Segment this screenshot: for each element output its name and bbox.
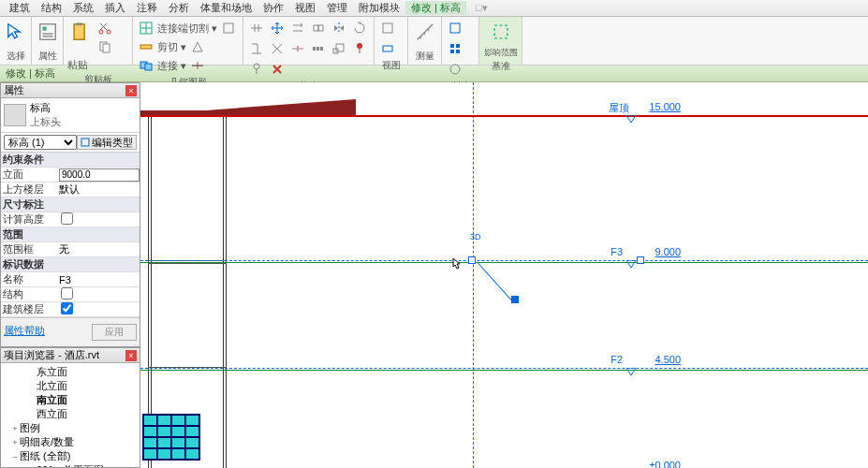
trim-icon[interactable] — [247, 39, 266, 58]
cut2-icon[interactable] — [137, 37, 155, 56]
paste-icon[interactable] — [67, 19, 94, 45]
section-constraints: 约束条件 — [1, 153, 57, 167]
elevation-input[interactable] — [59, 168, 140, 182]
trim2-icon[interactable] — [268, 39, 287, 58]
prop-value[interactable]: F3 — [57, 274, 140, 285]
cope-label[interactable]: 连接端切割 ▾ — [157, 22, 217, 36]
level-line-roof[interactable] — [140, 115, 868, 117]
measure-icon[interactable] — [412, 19, 437, 45]
copy2-icon[interactable] — [309, 19, 328, 37]
split2-icon[interactable] — [288, 39, 307, 58]
align-icon[interactable] — [247, 19, 266, 37]
menu-item[interactable]: 结构 — [36, 1, 67, 15]
copy-icon[interactable] — [96, 37, 114, 56]
properties-icon[interactable] — [36, 19, 59, 45]
cut-label[interactable]: 剪切 ▾ — [157, 40, 186, 54]
menu-item[interactable]: 体量和场地 — [195, 1, 257, 15]
menu-item[interactable]: 建筑 — [4, 1, 36, 15]
blank-icon[interactable] — [219, 19, 238, 37]
tree-item[interactable]: +明细表/数量 — [1, 435, 140, 449]
array-icon[interactable] — [309, 39, 328, 58]
prop-value[interactable]: 默认 — [57, 183, 140, 197]
tree-item[interactable]: 东立面 — [1, 365, 140, 379]
demolish-icon[interactable] — [188, 37, 207, 56]
level-line-f3[interactable] — [140, 260, 868, 261]
hide-icon[interactable] — [378, 19, 397, 37]
browser-title-bar[interactable]: 项目浏览器 - 酒店.rvt × — [1, 348, 140, 363]
create1-icon[interactable] — [446, 19, 464, 37]
level-marker-icon[interactable] — [626, 368, 636, 377]
instance-selector[interactable]: 标高 (1) — [4, 135, 77, 150]
tree-item[interactable]: +图例 — [1, 421, 140, 435]
close-icon[interactable]: × — [125, 85, 137, 96]
menu-item[interactable]: 分析 — [163, 1, 195, 15]
tree-item[interactable]: 南立面 — [1, 393, 140, 407]
menu-item[interactable]: 管理 — [321, 1, 353, 15]
view-icon[interactable] — [378, 39, 397, 58]
cut-icon[interactable] — [96, 19, 114, 37]
cope-icon[interactable] — [137, 19, 155, 37]
unpin-icon[interactable] — [247, 60, 266, 79]
scope-box-icon[interactable] — [488, 19, 514, 45]
close-icon[interactable]: × — [125, 350, 137, 361]
level-name[interactable]: 屋顶 — [609, 101, 629, 115]
scale-icon[interactable] — [330, 39, 348, 58]
level-name[interactable]: F3 — [611, 246, 623, 257]
grip-handle[interactable] — [637, 256, 644, 264]
apply-button[interactable]: 应用 — [92, 324, 137, 341]
join-label[interactable]: 连接 ▾ — [157, 59, 186, 73]
delete-icon[interactable] — [268, 60, 287, 79]
create2-icon[interactable] — [446, 39, 464, 58]
section-line[interactable] — [473, 82, 474, 468]
edit-type-button[interactable]: 编辑类型 — [77, 135, 137, 150]
split-icon[interactable] — [188, 56, 207, 75]
expander-icon[interactable]: + — [10, 438, 20, 447]
level-line-f2-aux — [140, 370, 868, 371]
properties-help-link[interactable]: 属性帮助 — [4, 324, 45, 341]
pin-icon[interactable] — [350, 39, 369, 58]
calc-height-checkbox[interactable] — [61, 212, 73, 225]
grip-handle[interactable] — [468, 256, 476, 264]
level-value[interactable]: 4.500 — [655, 354, 681, 365]
level-value[interactable]: 15.000 — [649, 101, 681, 112]
mirror-icon[interactable] — [330, 19, 348, 37]
drawing-canvas[interactable]: 屋顶 15.000 F3 9.000 3D F2 4.500 ±0.000 — [140, 82, 868, 468]
menu-item[interactable]: 附加模块 — [353, 1, 405, 15]
tree-item[interactable]: –图纸 (全部) — [1, 449, 140, 463]
join-icon[interactable] — [137, 56, 155, 75]
move-icon[interactable] — [268, 19, 287, 37]
expander-icon[interactable]: – — [10, 452, 20, 461]
menu-item[interactable]: 插入 — [99, 1, 131, 15]
menu-item[interactable]: 视图 — [289, 1, 321, 15]
svg-rect-4 — [74, 24, 84, 40]
menu-extra-icon[interactable]: □▾ — [470, 2, 493, 14]
level-name[interactable]: F2 — [611, 354, 623, 365]
building-story-checkbox[interactable] — [61, 302, 73, 314]
tree-item[interactable]: 西立面 — [1, 407, 140, 421]
prop-value[interactable]: 无 — [57, 242, 140, 256]
svg-rect-15 — [314, 25, 318, 31]
ribbon-group-datum: 影响范围 基准 — [479, 17, 522, 65]
rotate-icon[interactable] — [350, 19, 369, 37]
expander-icon[interactable]: + — [10, 424, 20, 433]
structural-checkbox[interactable] — [61, 287, 73, 300]
modify-cursor-icon[interactable] — [4, 19, 27, 45]
tree-item[interactable]: 001 - 总平面图 — [1, 463, 140, 468]
level-marker-icon[interactable] — [626, 260, 636, 270]
level-value[interactable]: 9.000 — [655, 246, 681, 257]
drag-grip-icon[interactable] — [511, 296, 519, 303]
properties-title-bar[interactable]: 属性 × — [1, 83, 140, 98]
create3-icon[interactable] — [446, 60, 464, 79]
3d-label[interactable]: 3D — [470, 232, 481, 241]
offset-icon[interactable] — [288, 19, 307, 37]
level-marker-icon[interactable] — [626, 115, 636, 124]
svg-point-6 — [99, 30, 103, 34]
menu-item[interactable]: 系统 — [67, 1, 99, 15]
menu-item[interactable]: 协作 — [257, 1, 289, 15]
menu-item-active[interactable]: 修改 | 标高 — [405, 1, 466, 15]
level-value[interactable]: ±0.000 — [649, 460, 681, 468]
svg-rect-27 — [450, 44, 454, 48]
tree-item[interactable]: 北立面 — [1, 379, 140, 393]
level-line-f2[interactable] — [140, 368, 868, 369]
menu-item[interactable]: 注释 — [131, 1, 163, 15]
